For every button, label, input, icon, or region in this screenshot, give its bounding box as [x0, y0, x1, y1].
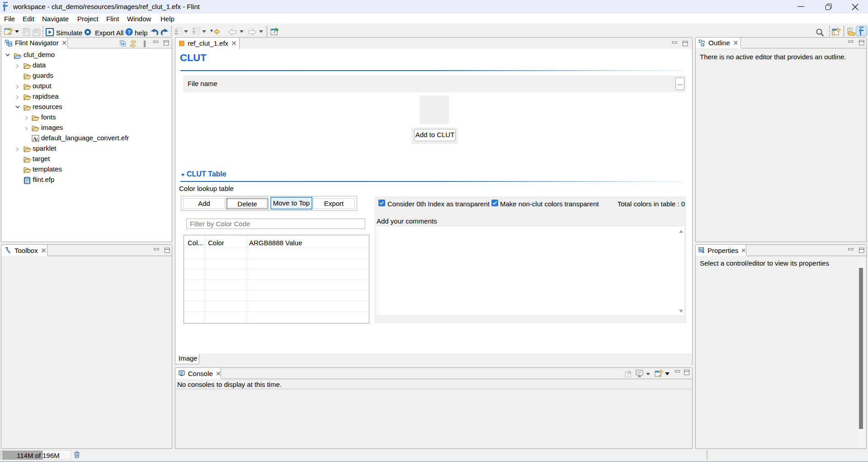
- svg-text:A: A: [35, 137, 39, 142]
- svg-text:?: ?: [127, 29, 131, 35]
